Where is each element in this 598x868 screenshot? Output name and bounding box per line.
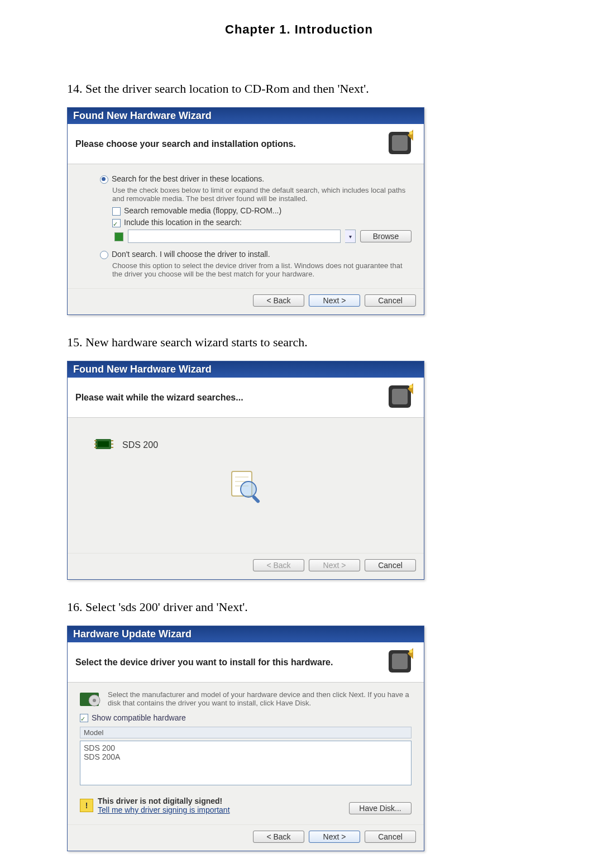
hardware-chip-icon xyxy=(94,436,113,454)
drive-icon xyxy=(114,232,123,241)
instruction-row: Select the manufacturer and model of you… xyxy=(80,690,412,707)
svg-rect-10 xyxy=(94,447,97,448)
svg-rect-12 xyxy=(111,443,113,445)
checkbox-icon xyxy=(112,207,121,216)
disk-icon xyxy=(80,690,101,707)
checkbox-include-label: Include this location in the search: xyxy=(124,218,242,227)
wizard3-titlebar: Hardware Update Wizard xyxy=(68,626,424,642)
list-item[interactable]: SDS 200 xyxy=(84,743,408,752)
wizard1-header-text: Please choose your search and installati… xyxy=(75,139,296,149)
wizard3-body: Select the manufacturer and model of you… xyxy=(68,683,424,824)
back-button[interactable]: < Back xyxy=(253,831,304,843)
wizard1-window: Found New Hardware Wizard Please choose … xyxy=(67,107,424,315)
wizard2-titlebar: Found New Hardware Wizard xyxy=(68,361,424,378)
list-header: Model xyxy=(80,727,412,738)
step-15-text: 15. New hardware search wizard starts to… xyxy=(67,335,531,350)
back-button[interactable]: < Back xyxy=(253,294,304,307)
next-button[interactable]: Next > xyxy=(309,831,360,843)
compat-label: Show compatible hardware xyxy=(92,713,186,722)
svg-rect-7 xyxy=(98,441,109,447)
chapter-title: Chapter 1. Introduction xyxy=(67,22,531,37)
wizard1-body: Search for the best driver in these loca… xyxy=(68,164,424,288)
svg-rect-11 xyxy=(111,440,113,441)
opt2-desc: Choose this option to select the device … xyxy=(112,261,412,278)
checkbox-removable-media[interactable]: Search removable media (floppy, CD-ROM..… xyxy=(112,206,412,216)
svg-rect-4 xyxy=(392,389,408,404)
signing-info-link[interactable]: Tell me why driver signing is important xyxy=(98,805,230,814)
wizard3-footer: < Back Next > Cancel xyxy=(68,824,424,851)
checkbox-icon xyxy=(80,714,88,722)
radio-icon xyxy=(100,251,108,259)
device-icon xyxy=(385,382,416,413)
warning-icon: ! xyxy=(80,799,93,812)
document-page: Chapter 1. Introduction 14. Set the driv… xyxy=(0,0,598,868)
checkbox-media-label: Search removable media (floppy, CD-ROM..… xyxy=(124,206,281,215)
step-14-text: 14. Set the driver search location to CD… xyxy=(67,82,531,96)
radio-search-best-label: Search for the best driver in these loca… xyxy=(112,174,264,183)
svg-point-18 xyxy=(241,481,256,497)
wizard2-footer: < Back Next > Cancel xyxy=(68,553,424,579)
cancel-button[interactable]: Cancel xyxy=(365,831,416,843)
not-signed-label: This driver is not digitally signed! xyxy=(98,797,230,805)
cancel-button[interactable]: Cancel xyxy=(365,294,416,307)
instruction-text: Select the manufacturer and model of you… xyxy=(108,690,412,707)
svg-rect-9 xyxy=(94,443,97,445)
next-button[interactable]: Next > xyxy=(309,294,360,307)
next-button: Next > xyxy=(309,559,360,571)
chevron-down-icon[interactable]: ▾ xyxy=(345,230,356,243)
radio-dont-search-label: Don't search. I will choose the driver t… xyxy=(112,250,270,259)
svg-rect-13 xyxy=(111,447,113,448)
radio-dont-search[interactable]: Don't search. I will choose the driver t… xyxy=(100,250,412,259)
wizard3-header-text: Select the device driver you want to ins… xyxy=(75,657,333,667)
device-name-label: SDS 200 xyxy=(122,440,158,450)
device-icon xyxy=(385,128,416,159)
path-row: ▾ Browse xyxy=(112,230,412,243)
svg-point-22 xyxy=(409,650,413,653)
svg-point-2 xyxy=(409,131,413,135)
svg-rect-21 xyxy=(392,654,408,669)
radio-icon xyxy=(100,175,108,184)
have-disk-button[interactable]: Have Disk... xyxy=(349,802,412,814)
search-icon xyxy=(212,459,279,514)
svg-point-25 xyxy=(93,699,96,702)
browse-button[interactable]: Browse xyxy=(360,230,412,242)
wizard3-header: Select the device driver you want to ins… xyxy=(68,642,424,683)
device-icon xyxy=(385,647,416,678)
location-input[interactable] xyxy=(128,230,341,243)
checkbox-include-location[interactable]: Include this location in the search: xyxy=(112,218,412,227)
wizard1-footer: < Back Next > Cancel xyxy=(68,288,424,314)
wizard1-header: Please choose your search and installati… xyxy=(68,124,424,164)
wizard2-window: Found New Hardware Wizard Please wait wh… xyxy=(67,361,424,580)
checkbox-compatible[interactable]: Show compatible hardware xyxy=(80,713,412,722)
search-item: SDS 200 xyxy=(94,436,412,454)
signing-warning: ! This driver is not digitally signed! T… xyxy=(80,797,230,814)
checkbox-icon xyxy=(112,219,121,227)
opt1-desc: Use the check boxes below to limit or ex… xyxy=(112,186,412,203)
step-16-text: 16. Select 'sds 200' driver and 'Next'. xyxy=(67,600,531,614)
back-button: < Back xyxy=(253,559,304,571)
radio-search-best[interactable]: Search for the best driver in these loca… xyxy=(100,174,412,184)
wizard2-header: Please wait while the wizard searches... xyxy=(68,378,424,418)
svg-rect-19 xyxy=(252,495,261,504)
svg-rect-1 xyxy=(392,135,408,151)
svg-rect-8 xyxy=(94,440,97,441)
svg-point-5 xyxy=(409,385,413,388)
wizard2-header-text: Please wait while the wizard searches... xyxy=(75,393,243,403)
warning-block: This driver is not digitally signed! Tel… xyxy=(98,797,230,814)
driver-list[interactable]: SDS 200 SDS 200A xyxy=(80,741,412,785)
wizard1-titlebar: Found New Hardware Wizard xyxy=(68,108,424,124)
wizard3-window: Hardware Update Wizard Select the device… xyxy=(67,626,424,851)
list-item[interactable]: SDS 200A xyxy=(84,752,408,761)
wizard2-body: SDS 200 xyxy=(68,418,424,553)
cancel-button[interactable]: Cancel xyxy=(365,559,416,571)
